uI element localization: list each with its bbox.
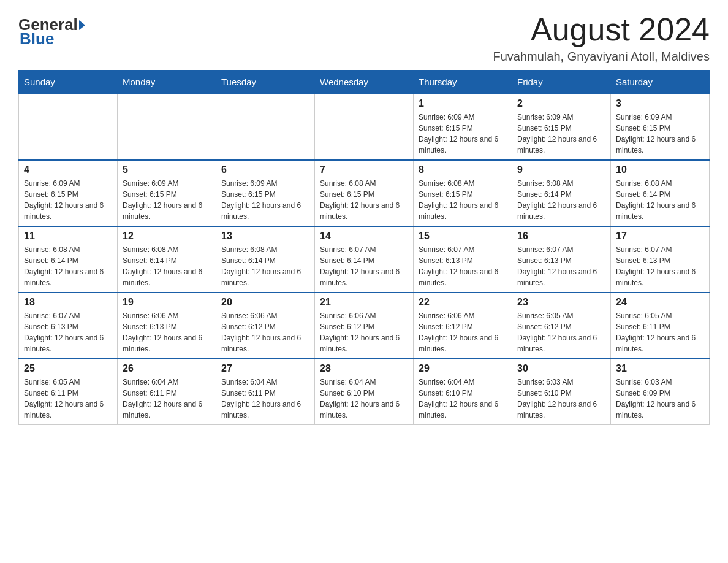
day-info: Sunrise: 6:09 AMSunset: 6:15 PMDaylight:… xyxy=(123,178,211,222)
day-info: Sunrise: 6:07 AMSunset: 6:13 PMDaylight:… xyxy=(616,244,704,288)
day-info: Sunrise: 6:08 AMSunset: 6:14 PMDaylight:… xyxy=(24,244,112,288)
day-number: 29 xyxy=(419,363,507,374)
calendar-cell: 17Sunrise: 6:07 AMSunset: 6:13 PMDayligh… xyxy=(611,226,710,293)
calendar-cell: 2Sunrise: 6:09 AMSunset: 6:15 PMDaylight… xyxy=(512,94,611,160)
calendar-cell: 9Sunrise: 6:08 AMSunset: 6:14 PMDaylight… xyxy=(512,160,611,226)
calendar-cell: 19Sunrise: 6:06 AMSunset: 6:13 PMDayligh… xyxy=(118,293,216,359)
day-number: 5 xyxy=(123,164,211,175)
calendar-cell: 14Sunrise: 6:07 AMSunset: 6:14 PMDayligh… xyxy=(315,226,414,293)
location-title: Fuvahmulah, Gnyaviyani Atoll, Maldives xyxy=(493,50,710,64)
calendar-cell: 3Sunrise: 6:09 AMSunset: 6:15 PMDaylight… xyxy=(611,94,710,160)
calendar-cell: 26Sunrise: 6:04 AMSunset: 6:11 PMDayligh… xyxy=(118,359,216,425)
calendar-cell: 13Sunrise: 6:08 AMSunset: 6:14 PMDayligh… xyxy=(216,226,315,293)
day-number: 31 xyxy=(616,363,704,374)
calendar-cell: 1Sunrise: 6:09 AMSunset: 6:15 PMDaylight… xyxy=(414,94,512,160)
logo-blue-text: Blue xyxy=(18,29,54,48)
day-info: Sunrise: 6:04 AMSunset: 6:11 PMDaylight:… xyxy=(221,377,309,421)
calendar-cell: 20Sunrise: 6:06 AMSunset: 6:12 PMDayligh… xyxy=(216,293,315,359)
day-info: Sunrise: 6:08 AMSunset: 6:14 PMDaylight:… xyxy=(123,244,211,288)
calendar-week-row-4: 25Sunrise: 6:05 AMSunset: 6:11 PMDayligh… xyxy=(19,359,710,425)
day-info: Sunrise: 6:09 AMSunset: 6:15 PMDaylight:… xyxy=(616,112,704,156)
day-number: 23 xyxy=(517,297,605,308)
calendar-week-row-1: 4Sunrise: 6:09 AMSunset: 6:15 PMDaylight… xyxy=(19,160,710,226)
day-info: Sunrise: 6:06 AMSunset: 6:12 PMDaylight:… xyxy=(419,310,507,354)
day-number: 12 xyxy=(123,231,211,242)
logo-arrow-icon xyxy=(79,20,85,30)
calendar-cell: 30Sunrise: 6:03 AMSunset: 6:10 PMDayligh… xyxy=(512,359,611,425)
day-number: 9 xyxy=(517,164,605,175)
day-info: Sunrise: 6:06 AMSunset: 6:12 PMDaylight:… xyxy=(221,310,309,354)
day-info: Sunrise: 6:03 AMSunset: 6:10 PMDaylight:… xyxy=(517,377,605,421)
day-number: 10 xyxy=(616,164,704,175)
calendar-table: SundayMondayTuesdayWednesdayThursdayFrid… xyxy=(18,70,710,425)
calendar-cell: 25Sunrise: 6:05 AMSunset: 6:11 PMDayligh… xyxy=(19,359,118,425)
day-number: 3 xyxy=(616,98,704,109)
calendar-header-row: SundayMondayTuesdayWednesdayThursdayFrid… xyxy=(19,71,710,94)
day-number: 28 xyxy=(320,363,408,374)
day-info: Sunrise: 6:06 AMSunset: 6:12 PMDaylight:… xyxy=(320,310,408,354)
day-info: Sunrise: 6:08 AMSunset: 6:15 PMDaylight:… xyxy=(419,178,507,222)
day-info: Sunrise: 6:09 AMSunset: 6:15 PMDaylight:… xyxy=(419,112,507,156)
logo: General Blue xyxy=(18,12,86,48)
day-info: Sunrise: 6:05 AMSunset: 6:12 PMDaylight:… xyxy=(517,310,605,354)
calendar-cell: 27Sunrise: 6:04 AMSunset: 6:11 PMDayligh… xyxy=(216,359,315,425)
calendar-week-row-0: 1Sunrise: 6:09 AMSunset: 6:15 PMDaylight… xyxy=(19,94,710,160)
day-number: 21 xyxy=(320,297,408,308)
day-info: Sunrise: 6:09 AMSunset: 6:15 PMDaylight:… xyxy=(517,112,605,156)
day-info: Sunrise: 6:05 AMSunset: 6:11 PMDaylight:… xyxy=(24,377,112,421)
day-number: 2 xyxy=(517,98,605,109)
day-number: 20 xyxy=(221,297,309,308)
day-number: 6 xyxy=(221,164,309,175)
day-number: 14 xyxy=(320,231,408,242)
calendar-cell: 4Sunrise: 6:09 AMSunset: 6:15 PMDaylight… xyxy=(19,160,118,226)
day-info: Sunrise: 6:06 AMSunset: 6:13 PMDaylight:… xyxy=(123,310,211,354)
day-info: Sunrise: 6:07 AMSunset: 6:13 PMDaylight:… xyxy=(24,310,112,354)
day-number: 1 xyxy=(419,98,507,109)
day-number: 11 xyxy=(24,231,112,242)
day-number: 22 xyxy=(419,297,507,308)
day-info: Sunrise: 6:08 AMSunset: 6:14 PMDaylight:… xyxy=(221,244,309,288)
calendar-header-saturday: Saturday xyxy=(611,71,710,94)
day-info: Sunrise: 6:04 AMSunset: 6:10 PMDaylight:… xyxy=(320,377,408,421)
page-header: General Blue August 2024 Fuvahmulah, Gny… xyxy=(18,12,710,64)
day-info: Sunrise: 6:04 AMSunset: 6:10 PMDaylight:… xyxy=(419,377,507,421)
day-info: Sunrise: 6:07 AMSunset: 6:14 PMDaylight:… xyxy=(320,244,408,288)
calendar-cell: 22Sunrise: 6:06 AMSunset: 6:12 PMDayligh… xyxy=(414,293,512,359)
day-number: 25 xyxy=(24,363,112,374)
calendar-cell: 28Sunrise: 6:04 AMSunset: 6:10 PMDayligh… xyxy=(315,359,414,425)
calendar-cell: 16Sunrise: 6:07 AMSunset: 6:13 PMDayligh… xyxy=(512,226,611,293)
calendar-week-row-3: 18Sunrise: 6:07 AMSunset: 6:13 PMDayligh… xyxy=(19,293,710,359)
day-number: 8 xyxy=(419,164,507,175)
day-number: 30 xyxy=(517,363,605,374)
calendar-header-friday: Friday xyxy=(512,71,611,94)
day-info: Sunrise: 6:08 AMSunset: 6:14 PMDaylight:… xyxy=(517,178,605,222)
calendar-header-sunday: Sunday xyxy=(19,71,118,94)
day-info: Sunrise: 6:04 AMSunset: 6:11 PMDaylight:… xyxy=(123,377,211,421)
day-info: Sunrise: 6:08 AMSunset: 6:14 PMDaylight:… xyxy=(616,178,704,222)
calendar-cell: 5Sunrise: 6:09 AMSunset: 6:15 PMDaylight… xyxy=(118,160,216,226)
day-info: Sunrise: 6:03 AMSunset: 6:09 PMDaylight:… xyxy=(616,377,704,421)
calendar-cell: 18Sunrise: 6:07 AMSunset: 6:13 PMDayligh… xyxy=(19,293,118,359)
calendar-cell: 24Sunrise: 6:05 AMSunset: 6:11 PMDayligh… xyxy=(611,293,710,359)
day-number: 26 xyxy=(123,363,211,374)
day-info: Sunrise: 6:07 AMSunset: 6:13 PMDaylight:… xyxy=(419,244,507,288)
day-number: 4 xyxy=(24,164,112,175)
month-title: August 2024 xyxy=(493,12,710,47)
calendar-cell: 15Sunrise: 6:07 AMSunset: 6:13 PMDayligh… xyxy=(414,226,512,293)
day-number: 24 xyxy=(616,297,704,308)
calendar-cell: 8Sunrise: 6:08 AMSunset: 6:15 PMDaylight… xyxy=(414,160,512,226)
calendar-week-row-2: 11Sunrise: 6:08 AMSunset: 6:14 PMDayligh… xyxy=(19,226,710,293)
calendar-cell: 10Sunrise: 6:08 AMSunset: 6:14 PMDayligh… xyxy=(611,160,710,226)
calendar-header-tuesday: Tuesday xyxy=(216,71,315,94)
day-info: Sunrise: 6:08 AMSunset: 6:15 PMDaylight:… xyxy=(320,178,408,222)
day-info: Sunrise: 6:09 AMSunset: 6:15 PMDaylight:… xyxy=(221,178,309,222)
calendar-header-wednesday: Wednesday xyxy=(315,71,414,94)
day-info: Sunrise: 6:05 AMSunset: 6:11 PMDaylight:… xyxy=(616,310,704,354)
calendar-cell xyxy=(216,94,315,160)
calendar-cell: 11Sunrise: 6:08 AMSunset: 6:14 PMDayligh… xyxy=(19,226,118,293)
calendar-cell: 6Sunrise: 6:09 AMSunset: 6:15 PMDaylight… xyxy=(216,160,315,226)
title-section: August 2024 Fuvahmulah, Gnyaviyani Atoll… xyxy=(493,12,710,64)
day-number: 7 xyxy=(320,164,408,175)
calendar-cell xyxy=(19,94,118,160)
day-info: Sunrise: 6:09 AMSunset: 6:15 PMDaylight:… xyxy=(24,178,112,222)
